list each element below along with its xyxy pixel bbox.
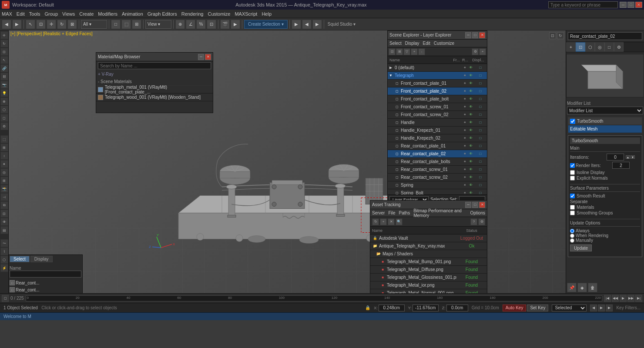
search-input[interactable]	[548, 1, 618, 8]
menu-customize[interactable]: Customize	[208, 11, 230, 17]
name-item-1[interactable]: □ Rear_cont...	[9, 279, 82, 286]
restore-panel[interactable]: □	[472, 32, 478, 38]
tree-item-rcp02[interactable]: ◻ Rear_contact_plate_02 ✦ 👁 □	[388, 150, 487, 158]
lt-reaction[interactable]: ⚡	[0, 264, 8, 272]
close-button[interactable]: ✕	[635, 2, 642, 8]
lt-param-curve[interactable]: ⌇	[0, 248, 8, 255]
lt-scale[interactable]: ⊡	[0, 48, 8, 56]
name-item-2[interactable]: □ Rear_cont...	[9, 286, 82, 293]
at-item-diffuse[interactable]: ■ Telegraph_Metal_Diffuse.png Found	[370, 266, 487, 274]
se-settings[interactable]: ⚙	[472, 48, 479, 55]
tree-item-fcs02[interactable]: ◻ Front_contact_screw_02 ✦ 👁 □	[388, 111, 487, 119]
menu-group[interactable]: Group	[45, 11, 58, 17]
tree-item-handle[interactable]: ◻ Handle ✦ 👁 □	[388, 119, 487, 127]
display-panel-tab[interactable]: □	[604, 42, 614, 52]
tree-item-fcs01[interactable]: ◻ Front_contact_screw_01 ✦ 👁 □	[388, 103, 487, 111]
lt-spacing[interactable]: ⊣	[0, 193, 8, 201]
scale-button[interactable]: ⊠	[67, 20, 77, 29]
menu-edit[interactable]: Edit	[17, 11, 25, 17]
mat-close[interactable]: ✕	[205, 54, 211, 60]
menu-tools[interactable]: Tools	[29, 11, 40, 17]
se-add-layer[interactable]: +	[479, 48, 486, 55]
select-tab[interactable]: Select	[10, 256, 30, 262]
at-locate[interactable]: 🔍	[396, 218, 402, 225]
at-settings[interactable]: ⚙	[478, 218, 485, 225]
at-add[interactable]: +	[380, 218, 387, 225]
at-item-normal[interactable]: ■ Telegraph_Metal_Normal_001.png Found	[370, 289, 487, 293]
redo-button[interactable]: ▶	[12, 20, 22, 29]
lt-light[interactable]: 💡	[0, 89, 8, 97]
at-minimize[interactable]: ─	[465, 202, 471, 208]
auto-key-button[interactable]: Auto Key	[503, 304, 527, 311]
tree-item-springbolt[interactable]: ◻ Spring_Bolt ✦ 👁 □	[388, 189, 487, 194]
x-input[interactable]	[379, 304, 405, 311]
play-btn[interactable]: ▶	[620, 295, 627, 302]
at-menu-bitmap[interactable]: Bitmap Performance and Memory	[413, 208, 466, 218]
render-setup[interactable]: 🎬	[220, 20, 230, 29]
lt-wire-param[interactable]: ⬡	[0, 256, 8, 264]
play-animation[interactable]: ▶	[292, 20, 301, 29]
render-iters-input[interactable]	[612, 162, 630, 169]
minimize-panel[interactable]: ─	[465, 32, 471, 38]
next-frame[interactable]: ▶	[312, 20, 322, 29]
turbosmooth-checkbox[interactable]	[570, 119, 575, 124]
mirror-button[interactable]: ⬚	[121, 20, 131, 29]
select-object-button[interactable]: ↖	[26, 20, 35, 29]
iter-up[interactable]: ▲	[626, 155, 630, 159]
select-all-button[interactable]: □	[111, 20, 121, 29]
tree-item-rcs02[interactable]: ◻ Rear_contact_screw_02 ✦ 👁 □	[388, 174, 487, 181]
at-item-glossiness[interactable]: ■ Telegraph_Metal_Glossiness_001.png Fou…	[370, 274, 487, 281]
always-radio[interactable]	[570, 229, 574, 233]
select-region-button[interactable]: ⊡	[36, 20, 46, 29]
create-selection-button[interactable]: Create Selection ▾	[244, 20, 288, 29]
key-filters-label[interactable]: Key Filters...	[616, 305, 641, 310]
se-invert[interactable]: ⊞	[396, 48, 403, 55]
smooth-result-cb[interactable]	[570, 194, 575, 198]
minimize-button[interactable]: ─	[620, 2, 627, 8]
lt-isolate[interactable]: ◎	[0, 168, 8, 176]
utility-panel-tab[interactable]: ⚙	[614, 42, 624, 52]
se-filter[interactable]: ▽	[403, 48, 410, 55]
next-key[interactable]: ▶▶	[627, 295, 634, 302]
tree-item-fcp02[interactable]: ◻ Front_contact_plate_02 ✦ 👁 □	[388, 87, 487, 95]
orbit[interactable]: ↻	[557, 32, 564, 39]
se-select-all[interactable]: ⊡	[389, 48, 396, 55]
y-input[interactable]	[413, 304, 439, 311]
at-restore[interactable]: □	[472, 202, 478, 208]
lt-mirror[interactable]: ⬚	[0, 135, 8, 143]
move-button[interactable]: ✛	[47, 20, 56, 29]
lt-move[interactable]: ✛	[0, 31, 8, 39]
tree-item-spring[interactable]: ◻ Spring ✦ 👁 □	[388, 181, 487, 189]
lt-xform[interactable]: ⊡	[0, 210, 8, 218]
lt-curve-editor[interactable]: 〜	[0, 239, 8, 247]
when-rendering-radio[interactable]	[570, 234, 574, 238]
isoline-cb[interactable]	[570, 170, 575, 175]
menu-edit-se[interactable]: Edit	[423, 41, 430, 46]
modify-panel-tab[interactable]: ⊡	[576, 42, 585, 52]
menu-graph-editors[interactable]: Graph Editors	[148, 11, 177, 17]
go-end[interactable]: ▶|	[635, 295, 642, 302]
angle-snap[interactable]: ∠	[186, 20, 195, 29]
hierarchy-panel-tab[interactable]: ⬡	[585, 42, 595, 52]
at-help[interactable]: ?	[470, 218, 477, 225]
lt-snapshot[interactable]: 📸	[0, 185, 8, 193]
at-item-max[interactable]: 📁 Antique_Telegraph_Key_vray.max Ok	[370, 242, 487, 250]
lt-select[interactable]: ↖	[0, 56, 8, 64]
view-dropdown[interactable]: View ▾	[145, 20, 171, 29]
menu-views[interactable]: Views	[62, 11, 75, 17]
tree-item-default[interactable]: ▶ 0 (default) ✦ 👁 □	[388, 64, 487, 72]
menu-rendering[interactable]: Rendering	[181, 11, 204, 17]
modifier-list-dropdown[interactable]: Modifier List	[567, 107, 643, 114]
at-menu-options[interactable]: Options	[470, 211, 485, 215]
lt-systems[interactable]: ⚙	[0, 122, 8, 130]
menu-maxscript[interactable]: MAXScript	[235, 11, 257, 17]
menu-display[interactable]: Display	[405, 41, 419, 46]
vray-section[interactable]: + V-Ray	[96, 70, 213, 78]
at-refresh[interactable]: ↻	[372, 218, 379, 225]
lt-shapes[interactable]: ⬡	[0, 106, 8, 114]
tree-item-rcpbolts[interactable]: ◻ Rear_contact_plate_bolts ✦ 👁 □	[388, 158, 487, 166]
percent-snap[interactable]: %	[196, 20, 206, 29]
lt-clone[interactable]: ⧉	[0, 201, 8, 209]
explicit-normals-cb[interactable]	[570, 176, 575, 181]
lt-place-highlight[interactable]: ✦	[0, 160, 8, 168]
